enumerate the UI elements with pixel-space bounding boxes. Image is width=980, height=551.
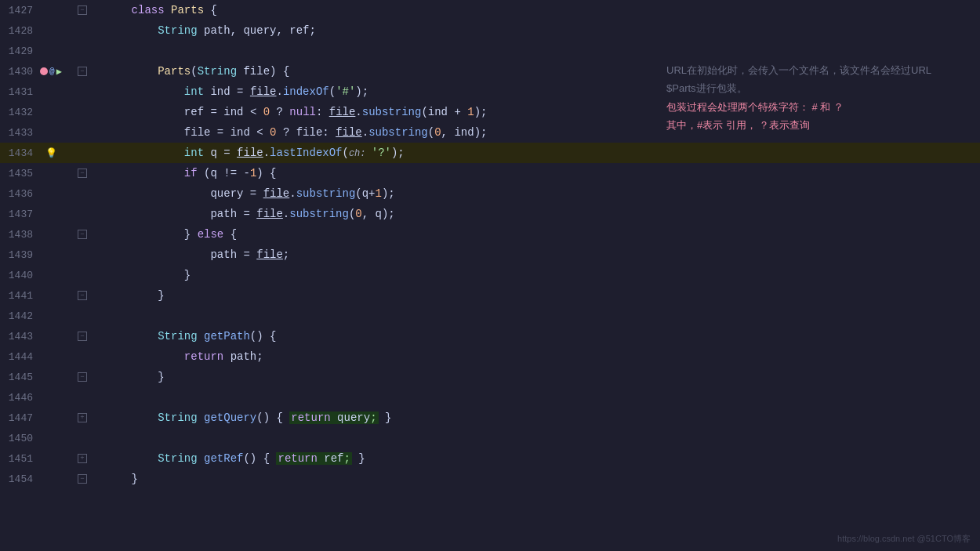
line-number: 1437	[0, 208, 39, 220]
code-editor: 1427− class Parts {1428 String path, que…	[0, 0, 980, 551]
code-content: class Parts {	[102, 0, 980, 20]
code-line: 1442	[0, 306, 980, 326]
collapse-icon[interactable]: −	[78, 67, 87, 76]
code-content: String getPath() {	[102, 326, 980, 346]
code-content: int q = file.lastIndexOf(ch: '?');	[102, 143, 980, 164]
code-line: 1437 path = file.substring(0, q);	[0, 204, 980, 224]
line-number: 1427	[0, 5, 39, 16]
fold-gutter: −	[63, 5, 102, 15]
fold-gutter: −	[63, 372, 102, 382]
line-number: 1451	[0, 453, 39, 465]
code-content: String path, query, ref;	[102, 20, 980, 41]
code-line: 1427− class Parts {	[0, 0, 980, 20]
line-number: 1441	[0, 290, 39, 302]
line-number: 1431	[0, 86, 39, 98]
code-content: int ind = file.indexOf('#');	[102, 82, 980, 102]
code-line: 1454− }	[0, 469, 980, 489]
code-content: path = file.substring(0, q);	[102, 204, 980, 224]
code-line: 1431 int ind = file.indexOf('#');	[0, 82, 980, 102]
fold-gutter: −	[63, 230, 102, 239]
code-content: }	[102, 469, 980, 489]
at-marker: @	[49, 67, 55, 76]
line-number: 1443	[0, 331, 39, 343]
code-content: } else {	[102, 224, 980, 245]
code-content: ref = ind < 0 ? null: file.substring(ind…	[102, 102, 980, 122]
code-line: 1430@▶− Parts(String file) {	[0, 61, 980, 82]
code-line: 1445− }	[0, 367, 980, 387]
code-line: 1434💡 int q = file.lastIndexOf(ch: '?');	[0, 143, 980, 163]
fold-gutter: −	[63, 67, 102, 76]
collapse-icon[interactable]: −	[78, 332, 87, 341]
line-number: 1432	[0, 107, 39, 118]
line-number: 1430	[0, 66, 39, 78]
line-number: 1454	[0, 473, 39, 485]
code-line: 1450	[0, 428, 980, 448]
code-content: query = file.substring(q+1);	[102, 183, 980, 204]
code-lines: 1427− class Parts {1428 String path, que…	[0, 0, 980, 489]
expand-icon[interactable]: +	[78, 413, 87, 422]
fold-gutter: −	[63, 291, 102, 300]
collapse-icon[interactable]: −	[78, 169, 87, 178]
code-line: 1438− } else {	[0, 224, 980, 245]
collapse-icon[interactable]: −	[78, 474, 87, 484]
line-number: 1434	[0, 147, 39, 159]
code-line: 1433 file = ind < 0 ? file: file.substri…	[0, 122, 980, 143]
line-number: 1444	[0, 351, 39, 363]
code-area: 1427− class Parts {1428 String path, que…	[0, 0, 980, 551]
fold-gutter: +	[63, 454, 102, 463]
collapse-icon[interactable]: −	[78, 5, 87, 15]
expand-icon[interactable]: +	[78, 454, 87, 463]
code-content: String getQuery() { return query; }	[102, 408, 980, 428]
code-line: 1432 ref = ind < 0 ? null: file.substrin…	[0, 102, 980, 122]
code-line: 1440 }	[0, 265, 980, 285]
line-number: 1436	[0, 188, 39, 200]
line-number: 1429	[0, 45, 39, 57]
line-number: 1446	[0, 392, 39, 404]
collapse-icon[interactable]: −	[78, 291, 87, 300]
code-line: 1444 return path;	[0, 346, 980, 367]
code-line: 1441− }	[0, 285, 980, 306]
fold-gutter: −	[63, 332, 102, 341]
collapse-icon[interactable]: −	[78, 372, 87, 382]
code-line: 1451+ String getRef() { return ref; }	[0, 448, 980, 469]
line-number: 1445	[0, 372, 39, 383]
line-number: 1438	[0, 229, 39, 241]
collapse-icon[interactable]: −	[78, 230, 87, 239]
fold-gutter: −	[63, 474, 102, 484]
code-content: }	[102, 367, 980, 387]
line-number: 1433	[0, 127, 39, 139]
line-number: 1435	[0, 168, 39, 179]
code-line: 1429	[0, 41, 980, 61]
code-line: 1447+ String getQuery() { return query; …	[0, 408, 980, 428]
code-content: path = file;	[102, 245, 980, 265]
line-number: 1428	[0, 25, 39, 37]
watermark: https://blog.csdn.net @51CTO博客	[837, 533, 971, 545]
fold-gutter: −	[63, 169, 102, 178]
code-content: Parts(String file) {	[102, 61, 980, 82]
fold-gutter: +	[63, 413, 102, 422]
code-line: 1428 String path, query, ref;	[0, 20, 980, 41]
line-number: 1440	[0, 270, 39, 281]
code-content: }	[102, 265, 980, 285]
arrow-marker: ▶	[56, 66, 62, 78]
code-line: 1439 path = file;	[0, 245, 980, 265]
code-line: 1436 query = file.substring(q+1);	[0, 183, 980, 204]
line-number: 1439	[0, 249, 39, 261]
line-number: 1450	[0, 433, 39, 444]
breakpoint-marker[interactable]	[40, 67, 48, 75]
code-line: 1446	[0, 387, 980, 408]
line-number: 1442	[0, 310, 39, 322]
bulb-marker[interactable]: 💡	[45, 147, 57, 159]
code-content: }	[102, 285, 980, 306]
line-markers: 💡	[39, 147, 63, 159]
line-markers: @▶	[39, 66, 63, 78]
code-content: return path;	[102, 346, 980, 367]
code-content: file = ind < 0 ? file: file.substring(0,…	[102, 122, 980, 143]
code-content: String getRef() { return ref; }	[102, 448, 980, 469]
code-line: 1435− if (q != -1) {	[0, 163, 980, 183]
code-line: 1443− String getPath() {	[0, 326, 980, 346]
line-number: 1447	[0, 412, 39, 424]
code-content: if (q != -1) {	[102, 163, 980, 183]
